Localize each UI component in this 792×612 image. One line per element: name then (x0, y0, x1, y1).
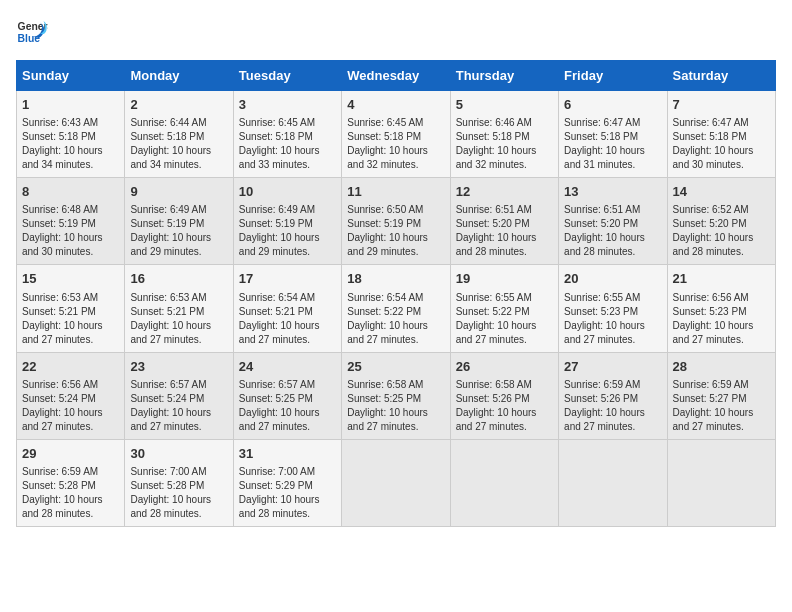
calendar-cell (667, 439, 775, 526)
day-info: Sunrise: 6:58 AM Sunset: 5:26 PM Dayligh… (456, 378, 553, 434)
calendar-week-row: 8Sunrise: 6:48 AM Sunset: 5:19 PM Daylig… (17, 178, 776, 265)
weekday-header-friday: Friday (559, 61, 667, 91)
calendar-cell: 29Sunrise: 6:59 AM Sunset: 5:28 PM Dayli… (17, 439, 125, 526)
day-number: 15 (22, 270, 119, 288)
day-info: Sunrise: 6:54 AM Sunset: 5:22 PM Dayligh… (347, 291, 444, 347)
day-info: Sunrise: 6:52 AM Sunset: 5:20 PM Dayligh… (673, 203, 770, 259)
day-info: Sunrise: 6:55 AM Sunset: 5:23 PM Dayligh… (564, 291, 661, 347)
day-number: 25 (347, 358, 444, 376)
day-number: 30 (130, 445, 227, 463)
calendar-cell: 14Sunrise: 6:52 AM Sunset: 5:20 PM Dayli… (667, 178, 775, 265)
day-info: Sunrise: 6:46 AM Sunset: 5:18 PM Dayligh… (456, 116, 553, 172)
weekday-header-sunday: Sunday (17, 61, 125, 91)
svg-text:Blue: Blue (18, 33, 41, 44)
day-number: 11 (347, 183, 444, 201)
day-number: 4 (347, 96, 444, 114)
calendar-week-row: 29Sunrise: 6:59 AM Sunset: 5:28 PM Dayli… (17, 439, 776, 526)
day-info: Sunrise: 6:59 AM Sunset: 5:28 PM Dayligh… (22, 465, 119, 521)
calendar-cell: 3Sunrise: 6:45 AM Sunset: 5:18 PM Daylig… (233, 91, 341, 178)
calendar-cell: 20Sunrise: 6:55 AM Sunset: 5:23 PM Dayli… (559, 265, 667, 352)
day-info: Sunrise: 7:00 AM Sunset: 5:29 PM Dayligh… (239, 465, 336, 521)
weekday-header-row: SundayMondayTuesdayWednesdayThursdayFrid… (17, 61, 776, 91)
calendar-cell: 28Sunrise: 6:59 AM Sunset: 5:27 PM Dayli… (667, 352, 775, 439)
day-number: 12 (456, 183, 553, 201)
day-info: Sunrise: 6:49 AM Sunset: 5:19 PM Dayligh… (239, 203, 336, 259)
day-number: 20 (564, 270, 661, 288)
day-number: 23 (130, 358, 227, 376)
calendar-cell (342, 439, 450, 526)
day-info: Sunrise: 6:56 AM Sunset: 5:24 PM Dayligh… (22, 378, 119, 434)
day-number: 7 (673, 96, 770, 114)
weekday-header-wednesday: Wednesday (342, 61, 450, 91)
calendar-cell: 1Sunrise: 6:43 AM Sunset: 5:18 PM Daylig… (17, 91, 125, 178)
day-info: Sunrise: 7:00 AM Sunset: 5:28 PM Dayligh… (130, 465, 227, 521)
logo-icon: General Blue (16, 16, 48, 48)
calendar-cell: 25Sunrise: 6:58 AM Sunset: 5:25 PM Dayli… (342, 352, 450, 439)
calendar-cell: 6Sunrise: 6:47 AM Sunset: 5:18 PM Daylig… (559, 91, 667, 178)
day-number: 24 (239, 358, 336, 376)
day-info: Sunrise: 6:53 AM Sunset: 5:21 PM Dayligh… (22, 291, 119, 347)
day-number: 8 (22, 183, 119, 201)
calendar-week-row: 1Sunrise: 6:43 AM Sunset: 5:18 PM Daylig… (17, 91, 776, 178)
logo: General Blue (16, 16, 48, 48)
day-number: 21 (673, 270, 770, 288)
calendar-cell: 31Sunrise: 7:00 AM Sunset: 5:29 PM Dayli… (233, 439, 341, 526)
day-number: 17 (239, 270, 336, 288)
day-number: 14 (673, 183, 770, 201)
day-info: Sunrise: 6:43 AM Sunset: 5:18 PM Dayligh… (22, 116, 119, 172)
day-info: Sunrise: 6:54 AM Sunset: 5:21 PM Dayligh… (239, 291, 336, 347)
day-info: Sunrise: 6:58 AM Sunset: 5:25 PM Dayligh… (347, 378, 444, 434)
weekday-header-thursday: Thursday (450, 61, 558, 91)
day-info: Sunrise: 6:57 AM Sunset: 5:24 PM Dayligh… (130, 378, 227, 434)
weekday-header-saturday: Saturday (667, 61, 775, 91)
day-number: 31 (239, 445, 336, 463)
calendar-cell (450, 439, 558, 526)
calendar-cell: 2Sunrise: 6:44 AM Sunset: 5:18 PM Daylig… (125, 91, 233, 178)
day-number: 1 (22, 96, 119, 114)
day-info: Sunrise: 6:56 AM Sunset: 5:23 PM Dayligh… (673, 291, 770, 347)
calendar-cell: 4Sunrise: 6:45 AM Sunset: 5:18 PM Daylig… (342, 91, 450, 178)
calendar-cell: 13Sunrise: 6:51 AM Sunset: 5:20 PM Dayli… (559, 178, 667, 265)
day-number: 18 (347, 270, 444, 288)
weekday-header-tuesday: Tuesday (233, 61, 341, 91)
calendar-cell: 8Sunrise: 6:48 AM Sunset: 5:19 PM Daylig… (17, 178, 125, 265)
day-info: Sunrise: 6:59 AM Sunset: 5:27 PM Dayligh… (673, 378, 770, 434)
day-number: 3 (239, 96, 336, 114)
day-number: 28 (673, 358, 770, 376)
day-info: Sunrise: 6:47 AM Sunset: 5:18 PM Dayligh… (673, 116, 770, 172)
calendar-cell: 18Sunrise: 6:54 AM Sunset: 5:22 PM Dayli… (342, 265, 450, 352)
calendar-cell: 12Sunrise: 6:51 AM Sunset: 5:20 PM Dayli… (450, 178, 558, 265)
calendar-week-row: 15Sunrise: 6:53 AM Sunset: 5:21 PM Dayli… (17, 265, 776, 352)
calendar-cell: 15Sunrise: 6:53 AM Sunset: 5:21 PM Dayli… (17, 265, 125, 352)
day-number: 9 (130, 183, 227, 201)
day-number: 16 (130, 270, 227, 288)
day-info: Sunrise: 6:51 AM Sunset: 5:20 PM Dayligh… (564, 203, 661, 259)
day-number: 22 (22, 358, 119, 376)
calendar-cell: 17Sunrise: 6:54 AM Sunset: 5:21 PM Dayli… (233, 265, 341, 352)
day-info: Sunrise: 6:45 AM Sunset: 5:18 PM Dayligh… (239, 116, 336, 172)
day-number: 29 (22, 445, 119, 463)
calendar-week-row: 22Sunrise: 6:56 AM Sunset: 5:24 PM Dayli… (17, 352, 776, 439)
day-info: Sunrise: 6:59 AM Sunset: 5:26 PM Dayligh… (564, 378, 661, 434)
calendar-cell: 27Sunrise: 6:59 AM Sunset: 5:26 PM Dayli… (559, 352, 667, 439)
calendar-table: SundayMondayTuesdayWednesdayThursdayFrid… (16, 60, 776, 527)
calendar-cell: 26Sunrise: 6:58 AM Sunset: 5:26 PM Dayli… (450, 352, 558, 439)
day-info: Sunrise: 6:50 AM Sunset: 5:19 PM Dayligh… (347, 203, 444, 259)
calendar-cell: 23Sunrise: 6:57 AM Sunset: 5:24 PM Dayli… (125, 352, 233, 439)
weekday-header-monday: Monday (125, 61, 233, 91)
calendar-cell (559, 439, 667, 526)
day-number: 10 (239, 183, 336, 201)
calendar-cell: 9Sunrise: 6:49 AM Sunset: 5:19 PM Daylig… (125, 178, 233, 265)
day-number: 5 (456, 96, 553, 114)
calendar-cell: 24Sunrise: 6:57 AM Sunset: 5:25 PM Dayli… (233, 352, 341, 439)
day-info: Sunrise: 6:48 AM Sunset: 5:19 PM Dayligh… (22, 203, 119, 259)
page-header: General Blue (16, 16, 776, 48)
day-number: 6 (564, 96, 661, 114)
calendar-cell: 10Sunrise: 6:49 AM Sunset: 5:19 PM Dayli… (233, 178, 341, 265)
day-info: Sunrise: 6:44 AM Sunset: 5:18 PM Dayligh… (130, 116, 227, 172)
calendar-cell: 5Sunrise: 6:46 AM Sunset: 5:18 PM Daylig… (450, 91, 558, 178)
day-number: 19 (456, 270, 553, 288)
day-info: Sunrise: 6:57 AM Sunset: 5:25 PM Dayligh… (239, 378, 336, 434)
day-number: 2 (130, 96, 227, 114)
calendar-cell: 30Sunrise: 7:00 AM Sunset: 5:28 PM Dayli… (125, 439, 233, 526)
